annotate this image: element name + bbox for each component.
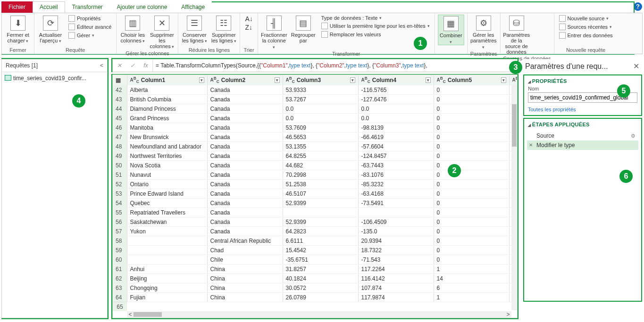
cell[interactable]: 0 [434, 227, 509, 236]
cell[interactable]: -124.8457 [358, 151, 434, 161]
split-column-button[interactable]: ╢Fractionner la colonne [261, 15, 287, 50]
cell[interactable]: 0 [434, 161, 509, 170]
cell[interactable]: 6 [434, 283, 509, 293]
cell[interactable]: 64.2823 [283, 227, 358, 236]
cell[interactable]: 0 [434, 217, 509, 227]
choose-columns-button[interactable]: ▥Choisir les colonnes [119, 15, 146, 44]
cell[interactable]: 18.7322 [358, 246, 434, 255]
col-header-5[interactable]: ABCColumn5▾ [434, 75, 509, 85]
cell[interactable]: Canada [207, 180, 283, 189]
close-load-button[interactable]: ⬇ Fermer et charger [5, 15, 31, 44]
all-properties-link[interactable]: Toutes les propriétés [524, 106, 641, 113]
replace-values-button[interactable]: Remplacer les valeurs [319, 31, 432, 38]
refresh-preview-button[interactable]: ⟳ Actualiser l'aperçu [37, 15, 64, 44]
tab-add-column[interactable]: Ajouter une colonne [110, 1, 175, 13]
cell[interactable]: -127.6476 [358, 95, 434, 104]
first-row-headers-button[interactable]: Utiliser la première ligne pour les en-t… [319, 22, 432, 30]
cell[interactable]: 0 [434, 208, 509, 217]
advanced-editor-button[interactable]: Éditeur avancé [67, 23, 113, 31]
cell[interactable]: 117.9874 [358, 293, 434, 302]
cell[interactable]: Canada [207, 198, 283, 208]
cell[interactable]: 6.6111 [283, 236, 358, 246]
cell[interactable]: China [207, 283, 283, 293]
cell[interactable]: 0 [434, 132, 509, 142]
cell[interactable]: 1 [434, 293, 509, 302]
cell[interactable]: -63.4168 [358, 189, 434, 198]
steps-heading[interactable]: ÉTAPES APPLIQUÉES [524, 119, 641, 129]
table-row[interactable]: 43British ColumbiaCanada53.7267-127.6476… [113, 95, 518, 104]
cell[interactable]: China [207, 293, 283, 302]
table-row[interactable]: 61AnhuiChina31.8257117.226419 [113, 264, 518, 274]
query-item[interactable]: time_series_covid19_confir... [2, 72, 107, 84]
cell[interactable]: 0 [434, 151, 509, 161]
cell[interactable]: 53.7267 [283, 95, 358, 104]
cell[interactable]: Canada [207, 170, 283, 180]
cell[interactable]: Nunavut [127, 170, 207, 180]
cell[interactable] [358, 208, 434, 217]
groupby-button[interactable]: ▤Regrouper par [290, 15, 317, 43]
formula-expand-button[interactable]: ⌄ [507, 62, 517, 69]
cell[interactable]: 52.9399 [283, 198, 358, 208]
cell[interactable] [127, 246, 207, 255]
cell[interactable]: 15.4542 [283, 246, 358, 255]
cell[interactable]: Saskatchewan [127, 217, 207, 227]
cell[interactable]: Repatriated Travellers [127, 208, 207, 217]
cell[interactable]: Diamond Princess [127, 104, 207, 114]
cell[interactable]: 30.0572 [283, 283, 358, 293]
cell[interactable]: Canada [207, 227, 283, 236]
delete-step-icon[interactable]: ✕ [529, 142, 533, 148]
table-row[interactable]: 42AlbertaCanada53.9333-116.576500 [113, 85, 518, 95]
cell[interactable] [127, 236, 207, 246]
cell[interactable]: 31.8257 [283, 264, 358, 274]
cell[interactable]: 0 [434, 114, 509, 123]
cell[interactable]: Beijing [127, 274, 207, 283]
cell[interactable]: 116.4142 [358, 274, 434, 283]
cell[interactable]: 53.1355 [283, 142, 358, 151]
cell[interactable]: China [207, 264, 283, 274]
cell[interactable]: 51.2538 [283, 180, 358, 189]
table-row[interactable]: 60Chile-35.6751-71.54300 [113, 255, 518, 264]
cell[interactable]: 0.0 [283, 104, 358, 114]
cell[interactable]: 53.9333 [283, 85, 358, 95]
cell[interactable]: Canada [207, 189, 283, 198]
col-header-6[interactable]: ABCCol [509, 75, 518, 85]
cell[interactable]: 107.874 [358, 283, 434, 293]
cell[interactable]: Canada [207, 161, 283, 170]
tab-file[interactable]: Fichier [1, 1, 33, 13]
cell[interactable]: 44.682 [283, 161, 358, 170]
cell[interactable]: 52.9399 [283, 217, 358, 227]
manage-button[interactable]: Gérer [67, 32, 113, 39]
cell[interactable]: 0 [434, 255, 509, 264]
horizontal-scrollbar[interactable]: < > [127, 311, 511, 318]
cell[interactable]: 0 [434, 246, 509, 255]
remove-rows-button[interactable]: ☷Supprimer les lignes [210, 15, 237, 44]
table-row[interactable]: 64FujianChina26.0789117.987415 [113, 293, 518, 302]
cell[interactable]: 0 [434, 236, 509, 246]
cell[interactable]: China [207, 274, 283, 283]
cell[interactable]: Canada [207, 95, 283, 104]
combine-button[interactable]: ▦Combiner [438, 15, 464, 45]
cell[interactable]: 46.5107 [283, 189, 358, 198]
col-header-4[interactable]: ABCColumn4▾ [358, 75, 434, 85]
tab-home[interactable]: Accueil [33, 1, 65, 13]
cell[interactable]: Chongqing [127, 283, 207, 293]
cell[interactable]: -73.5491 [358, 198, 434, 208]
table-row[interactable]: 54QuebecCanada52.9399-73.549100 [113, 198, 518, 208]
table-row[interactable]: 57YukonCanada64.2823-135.000 [113, 227, 518, 236]
table-row[interactable]: 59Chad15.454218.732200 [113, 246, 518, 255]
cell[interactable]: Canada [207, 142, 283, 151]
cell[interactable]: 70.2998 [283, 170, 358, 180]
cell[interactable]: -83.1076 [358, 170, 434, 180]
cell[interactable]: 0 [434, 104, 509, 114]
cell[interactable]: Newfoundland and Labrador [127, 142, 207, 151]
table-row[interactable]: 45Grand PrincessCanada0.00.000 [113, 114, 518, 123]
cell[interactable]: -98.8139 [358, 123, 434, 132]
cell[interactable]: 14 [434, 274, 509, 283]
cell[interactable]: Chad [207, 246, 283, 255]
filter-icon[interactable]: ▾ [426, 77, 431, 83]
gear-icon[interactable]: ⚙ [631, 133, 636, 139]
enter-data-button[interactable]: Entrer des données [557, 32, 615, 39]
cell[interactable]: Grand Princess [127, 114, 207, 123]
fx-icon[interactable]: fx [139, 59, 152, 72]
table-row[interactable]: 46ManitobaCanada53.7609-98.813900 [113, 123, 518, 132]
